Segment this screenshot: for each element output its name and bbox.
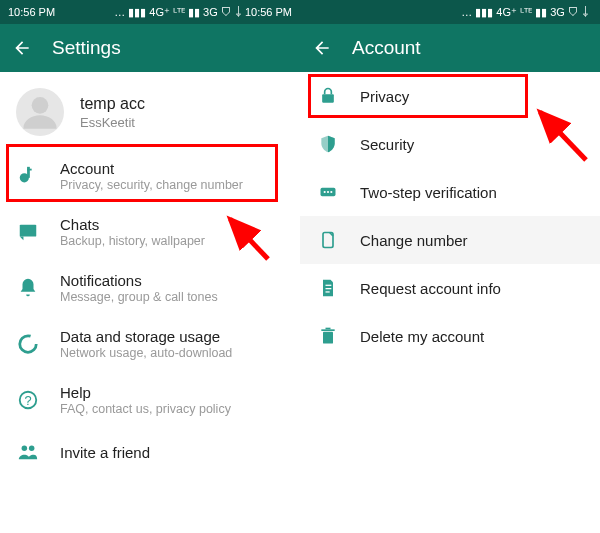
item-sub: FAQ, contact us, privacy policy: [60, 402, 231, 416]
svg-rect-21: [321, 329, 334, 331]
svg-rect-17: [326, 285, 332, 286]
svg-rect-3: [27, 169, 32, 171]
account-item-twostep[interactable]: Two-step verification: [300, 168, 600, 216]
item-sub: Backup, history, wallpaper: [60, 234, 205, 248]
svg-point-5: [20, 336, 37, 353]
item-title: Two-step verification: [360, 184, 497, 201]
item-title: Invite a friend: [60, 444, 150, 461]
item-title: Account: [60, 160, 243, 177]
lock-icon: [316, 84, 340, 108]
status-network: … ▮▮▮ 4G⁺ ᴸᵀᴱ ▮▮ 3G ⛉ ⏚: [114, 6, 241, 19]
item-title: Notifications: [60, 272, 218, 289]
svg-point-15: [330, 191, 332, 193]
help-icon: ?: [16, 388, 40, 412]
item-sub: Privacy, security, change number: [60, 178, 243, 192]
svg-point-13: [324, 191, 326, 193]
settings-item-notifications[interactable]: Notifications Message, group & call tone…: [0, 260, 300, 316]
people-icon: [16, 440, 40, 464]
settings-item-invite[interactable]: Invite a friend: [0, 428, 300, 476]
svg-point-9: [29, 446, 34, 452]
account-item-privacy[interactable]: Privacy: [300, 72, 600, 120]
status-bar: 10:56 PM … ▮▮▮ 4G⁺ ᴸᵀᴱ ▮▮ 3G ⛉ ⏚ 10:56 P…: [0, 0, 300, 24]
sim-icon: [316, 228, 340, 252]
back-button[interactable]: [312, 38, 332, 58]
key-icon: [16, 164, 40, 188]
item-sub: Message, group & call tones: [60, 290, 218, 304]
status-bar: … ▮▮▮ 4G⁺ ᴸᵀᴱ ▮▮ 3G ⛉ ⏚: [300, 0, 600, 24]
svg-rect-19: [326, 291, 330, 292]
item-title: Request account info: [360, 280, 501, 297]
twostep-icon: [316, 180, 340, 204]
profile-sub: EssKeetit: [80, 115, 145, 130]
settings-screen: 10:56 PM … ▮▮▮ 4G⁺ ᴸᵀᴱ ▮▮ 3G ⛉ ⏚ 10:56 P…: [0, 0, 300, 533]
profile-name: temp acc: [80, 95, 145, 113]
item-title: Delete my account: [360, 328, 484, 345]
status-time-left: 10:56 PM: [8, 6, 55, 18]
app-bar: Account: [300, 24, 600, 72]
account-screen: … ▮▮▮ 4G⁺ ᴸᵀᴱ ▮▮ 3G ⛉ ⏚ Account Privacy: [300, 0, 600, 533]
settings-item-data[interactable]: Data and storage usage Network usage, au…: [0, 316, 300, 372]
bell-icon: [16, 276, 40, 300]
svg-rect-18: [326, 288, 332, 289]
avatar: [16, 88, 64, 136]
svg-rect-20: [323, 332, 333, 344]
page-title: Account: [352, 37, 421, 59]
chat-icon: [16, 220, 40, 244]
svg-rect-4: [20, 225, 37, 237]
settings-item-account[interactable]: Account Privacy, security, change number: [0, 148, 300, 204]
svg-rect-22: [326, 328, 331, 330]
svg-rect-2: [27, 167, 30, 178]
account-item-security[interactable]: Security: [300, 120, 600, 168]
item-title: Chats: [60, 216, 205, 233]
shield-icon: [316, 132, 340, 156]
account-item-delete[interactable]: Delete my account: [300, 312, 600, 360]
document-icon: [316, 276, 340, 300]
account-item-request-info[interactable]: Request account info: [300, 264, 600, 312]
svg-point-14: [327, 191, 329, 193]
app-bar: Settings: [0, 24, 300, 72]
account-item-change-number[interactable]: Change number: [300, 216, 600, 264]
svg-text:?: ?: [24, 393, 31, 408]
status-network: … ▮▮▮ 4G⁺ ᴸᵀᴱ ▮▮ 3G ⛉ ⏚: [461, 6, 588, 19]
svg-point-0: [32, 97, 49, 114]
svg-point-8: [22, 446, 27, 452]
back-button[interactable]: [12, 38, 32, 58]
settings-item-help[interactable]: ? Help FAQ, contact us, privacy policy: [0, 372, 300, 428]
svg-rect-11: [322, 94, 334, 102]
item-title: Security: [360, 136, 414, 153]
item-title: Change number: [360, 232, 468, 249]
item-sub: Network usage, auto-download: [60, 346, 232, 360]
item-title: Privacy: [360, 88, 409, 105]
status-time-right: 10:56 PM: [245, 6, 292, 18]
settings-item-chats[interactable]: Chats Backup, history, wallpaper: [0, 204, 300, 260]
profile-row[interactable]: temp acc EssKeetit: [0, 72, 300, 148]
page-title: Settings: [52, 37, 121, 59]
data-usage-icon: [16, 332, 40, 356]
item-title: Help: [60, 384, 231, 401]
trash-icon: [316, 324, 340, 348]
item-title: Data and storage usage: [60, 328, 232, 345]
